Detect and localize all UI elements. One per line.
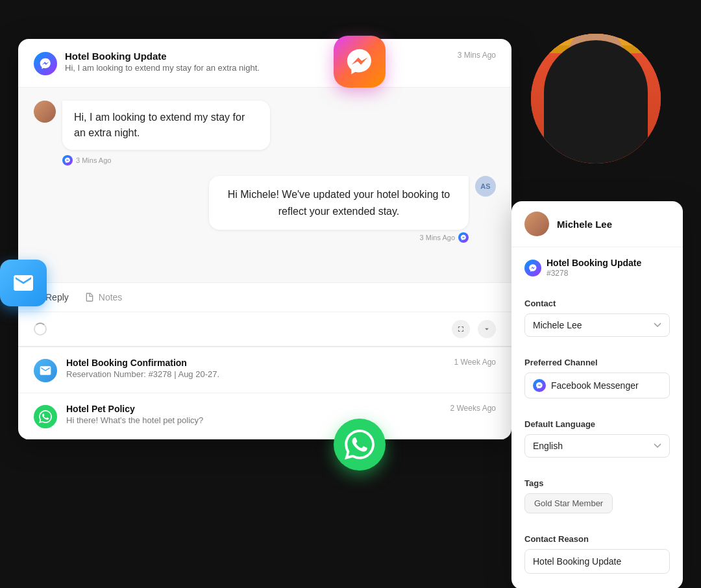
conv-subtitle-email: Reservation Number: #3278 | Aug 20-27. bbox=[66, 369, 445, 379]
conversation-item-email[interactable]: Hotel Booking Confirmation Reservation N… bbox=[18, 347, 511, 393]
conv-title-whatsapp: Hotel Pet Policy bbox=[66, 404, 441, 414]
ticket-text: Hotel Booking Update #3278 bbox=[547, 258, 641, 278]
message-sent-1: Hi Michele! We've updated your hotel boo… bbox=[34, 176, 496, 230]
contact-reason-label: Contact Reason bbox=[524, 534, 670, 544]
chat-channel-icon bbox=[34, 52, 57, 75]
conv-time-email: 1 Week Ago bbox=[454, 358, 497, 367]
profile-circle bbox=[531, 34, 661, 164]
language-select[interactable]: English bbox=[524, 434, 670, 458]
message-bubble-sent: Hi Michele! We've updated your hotel boo… bbox=[209, 176, 469, 230]
message-received-1: Hi, I am looking to extend my stay for a… bbox=[34, 101, 496, 150]
sender-avatar bbox=[34, 101, 56, 123]
ticket-section: Hotel Booking Update #3278 bbox=[511, 247, 683, 278]
message-bubble-received: Hi, I am looking to extend my stay for a… bbox=[62, 101, 270, 150]
contact-select[interactable]: Michele Lee bbox=[524, 313, 670, 337]
preferred-channel-value: Facebook Messenger bbox=[524, 373, 670, 398]
messenger-floating-icon[interactable] bbox=[334, 36, 386, 88]
contact-reason-section: Contact Reason Hotel Booking Update bbox=[511, 524, 683, 574]
more-button[interactable] bbox=[478, 320, 496, 338]
reply-label: Reply bbox=[45, 292, 69, 302]
contact-name: Michele Lee bbox=[557, 219, 612, 230]
whatsapp-svg-icon bbox=[345, 430, 375, 459]
contact-label: Contact bbox=[524, 299, 670, 308]
preferred-channel-icon bbox=[533, 379, 546, 392]
email-floating-icon[interactable] bbox=[0, 260, 47, 306]
profile-photo bbox=[531, 34, 661, 190]
ticket-info: Hotel Booking Update #3278 bbox=[524, 258, 670, 278]
chat-messages-area: Hi, I am looking to extend my stay for a… bbox=[18, 88, 511, 282]
profile-person-image bbox=[531, 34, 661, 164]
compose-area bbox=[18, 312, 511, 346]
default-language-label: Default Language bbox=[524, 419, 670, 429]
notes-icon bbox=[84, 292, 95, 302]
default-language-section: Default Language English bbox=[511, 409, 683, 458]
messenger-header-icon bbox=[39, 57, 52, 70]
contact-avatar bbox=[524, 212, 549, 236]
tag-value: Gold Star Member bbox=[524, 493, 613, 513]
whatsapp-channel-icon bbox=[34, 405, 57, 428]
preferred-messenger-icon bbox=[535, 382, 543, 389]
chat-subtitle: Hi, I am looking to extend my stay for a… bbox=[65, 63, 260, 73]
conv-text-whatsapp: Hotel Pet Policy Hi there! What's the ho… bbox=[66, 404, 441, 425]
email-icon bbox=[39, 364, 52, 377]
tags-section: Tags Gold Star Member bbox=[511, 468, 683, 513]
whatsapp-floating-icon[interactable] bbox=[334, 419, 386, 471]
preferred-channel-label: Preferred Channel bbox=[524, 358, 670, 367]
notes-button[interactable]: Notes bbox=[84, 292, 123, 302]
conv-title-email: Hotel Booking Confirmation bbox=[66, 358, 445, 368]
preferred-channel-section: Preferred Channel Facebook Messenger bbox=[511, 347, 683, 398]
compose-actions bbox=[452, 320, 496, 338]
email-svg-icon bbox=[12, 271, 35, 295]
conv-text-email: Hotel Booking Confirmation Reservation N… bbox=[66, 358, 445, 379]
previous-conversations: Hotel Booking Confirmation Reservation N… bbox=[18, 347, 511, 439]
tags-label: Tags bbox=[524, 478, 670, 488]
conv-subtitle-whatsapp: Hi there! What's the hotel pet policy? bbox=[66, 415, 441, 425]
received-time: 3 Mins Ago bbox=[76, 156, 111, 164]
whatsapp-icon bbox=[39, 410, 52, 423]
chat-header-time: 3 Mins Ago bbox=[458, 51, 496, 60]
sent-messenger-icon bbox=[460, 234, 467, 241]
chat-header: Hotel Booking Update Hi, I am looking to… bbox=[18, 39, 511, 88]
person-body bbox=[544, 40, 648, 164]
ticket-messenger-icon bbox=[528, 263, 537, 273]
expand-icon bbox=[456, 325, 465, 334]
ticket-title: Hotel Booking Update bbox=[547, 258, 641, 268]
loading-spinner bbox=[34, 323, 47, 336]
contact-section: Contact Michele Lee bbox=[511, 288, 683, 337]
chat-header-left: Hotel Booking Update Hi, I am looking to… bbox=[34, 51, 260, 75]
message-channel-badge bbox=[62, 155, 73, 165]
badge-messenger-icon bbox=[64, 157, 71, 164]
message-time-received: 3 Mins Ago bbox=[62, 155, 496, 165]
messenger-svg-icon bbox=[345, 47, 375, 77]
sent-time: 3 Mins Ago bbox=[420, 234, 455, 241]
expand-button[interactable] bbox=[452, 320, 470, 338]
agent-avatar: AS bbox=[475, 176, 496, 197]
conv-time-whatsapp: 2 Weeks Ago bbox=[450, 404, 497, 413]
preferred-channel-text: Facebook Messenger bbox=[551, 380, 639, 391]
message-time-sent: 3 Mins Ago bbox=[34, 232, 469, 243]
chat-title: Hotel Booking Update bbox=[65, 51, 260, 62]
chevron-down-icon bbox=[482, 325, 491, 334]
reply-notes-bar: ↩ Reply Notes bbox=[18, 282, 511, 312]
chat-panel: Hotel Booking Update Hi, I am looking to… bbox=[18, 39, 511, 439]
contact-reason-value: Hotel Booking Update bbox=[524, 549, 670, 574]
email-channel-icon bbox=[34, 359, 57, 382]
avatar-image bbox=[34, 101, 56, 123]
sent-channel-badge bbox=[458, 232, 469, 243]
notes-label: Notes bbox=[99, 292, 123, 302]
contact-header: Michele Lee bbox=[511, 201, 683, 247]
conversation-item-whatsapp[interactable]: Hotel Pet Policy Hi there! What's the ho… bbox=[18, 393, 511, 439]
chat-header-text: Hotel Booking Update Hi, I am looking to… bbox=[65, 51, 260, 73]
ticket-number: #3278 bbox=[547, 269, 641, 278]
right-panel: Michele Lee Hotel Booking Update #3278 C… bbox=[511, 201, 683, 588]
ticket-channel-icon bbox=[524, 260, 541, 276]
